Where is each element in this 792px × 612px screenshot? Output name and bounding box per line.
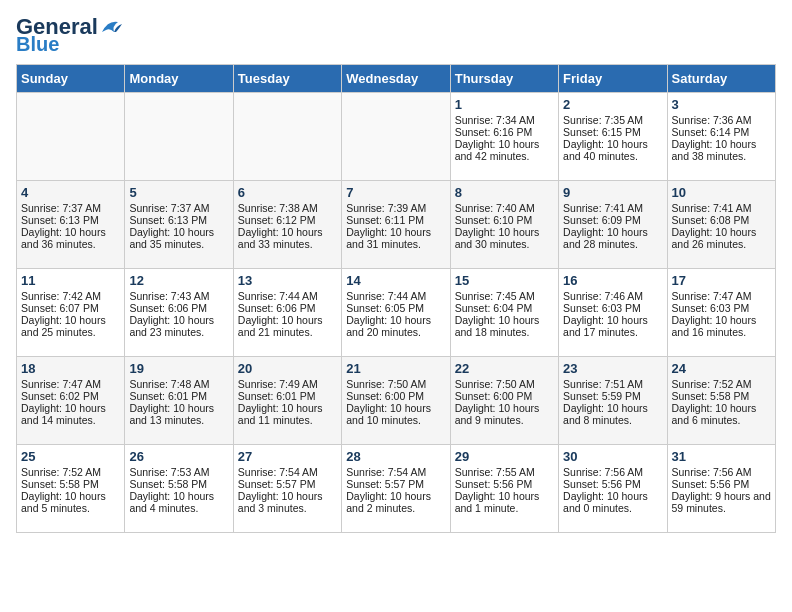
calendar-cell: 14Sunrise: 7:44 AMSunset: 6:05 PMDayligh… [342,269,450,357]
cell-info: Sunset: 5:57 PM [238,478,337,490]
calendar-table: SundayMondayTuesdayWednesdayThursdayFrid… [16,64,776,533]
calendar-cell: 12Sunrise: 7:43 AMSunset: 6:06 PMDayligh… [125,269,233,357]
cell-info: Sunset: 6:05 PM [346,302,445,314]
cell-info: Sunset: 6:11 PM [346,214,445,226]
day-number: 29 [455,449,554,464]
calendar-cell: 1Sunrise: 7:34 AMSunset: 6:16 PMDaylight… [450,93,558,181]
cell-info: Sunrise: 7:40 AM [455,202,554,214]
cell-info: Daylight: 10 hours and 18 minutes. [455,314,554,338]
calendar-cell [17,93,125,181]
cell-info: Sunset: 6:00 PM [346,390,445,402]
cell-info: Daylight: 10 hours and 17 minutes. [563,314,662,338]
cell-info: Sunset: 5:56 PM [672,478,771,490]
cell-info: Sunset: 5:58 PM [672,390,771,402]
day-number: 14 [346,273,445,288]
cell-info: Sunrise: 7:47 AM [21,378,120,390]
day-number: 24 [672,361,771,376]
calendar-header-row: SundayMondayTuesdayWednesdayThursdayFrid… [17,65,776,93]
day-number: 11 [21,273,120,288]
cell-info: Daylight: 10 hours and 9 minutes. [455,402,554,426]
cell-info: Sunrise: 7:53 AM [129,466,228,478]
cell-info: Sunrise: 7:34 AM [455,114,554,126]
day-header-monday: Monday [125,65,233,93]
calendar-week-5: 25Sunrise: 7:52 AMSunset: 5:58 PMDayligh… [17,445,776,533]
calendar-cell: 10Sunrise: 7:41 AMSunset: 6:08 PMDayligh… [667,181,775,269]
day-number: 30 [563,449,662,464]
calendar-cell: 30Sunrise: 7:56 AMSunset: 5:56 PMDayligh… [559,445,667,533]
calendar-cell: 27Sunrise: 7:54 AMSunset: 5:57 PMDayligh… [233,445,341,533]
cell-info: Daylight: 10 hours and 38 minutes. [672,138,771,162]
cell-info: Daylight: 10 hours and 33 minutes. [238,226,337,250]
calendar-cell: 16Sunrise: 7:46 AMSunset: 6:03 PMDayligh… [559,269,667,357]
cell-info: Daylight: 10 hours and 30 minutes. [455,226,554,250]
day-number: 2 [563,97,662,112]
cell-info: Sunset: 6:00 PM [455,390,554,402]
day-header-saturday: Saturday [667,65,775,93]
cell-info: Daylight: 10 hours and 0 minutes. [563,490,662,514]
day-number: 13 [238,273,337,288]
cell-info: Sunset: 5:56 PM [563,478,662,490]
cell-info: Sunset: 6:09 PM [563,214,662,226]
cell-info: Sunset: 6:03 PM [563,302,662,314]
cell-info: Sunrise: 7:50 AM [346,378,445,390]
cell-info: Daylight: 10 hours and 16 minutes. [672,314,771,338]
cell-info: Sunrise: 7:48 AM [129,378,228,390]
calendar-week-2: 4Sunrise: 7:37 AMSunset: 6:13 PMDaylight… [17,181,776,269]
calendar-week-3: 11Sunrise: 7:42 AMSunset: 6:07 PMDayligh… [17,269,776,357]
calendar-cell: 9Sunrise: 7:41 AMSunset: 6:09 PMDaylight… [559,181,667,269]
cell-info: Daylight: 10 hours and 21 minutes. [238,314,337,338]
cell-info: Daylight: 10 hours and 42 minutes. [455,138,554,162]
calendar-week-4: 18Sunrise: 7:47 AMSunset: 6:02 PMDayligh… [17,357,776,445]
cell-info: Sunrise: 7:38 AM [238,202,337,214]
cell-info: Sunrise: 7:56 AM [672,466,771,478]
cell-info: Daylight: 10 hours and 23 minutes. [129,314,228,338]
calendar-cell: 29Sunrise: 7:55 AMSunset: 5:56 PMDayligh… [450,445,558,533]
cell-info: Daylight: 10 hours and 28 minutes. [563,226,662,250]
calendar-cell: 3Sunrise: 7:36 AMSunset: 6:14 PMDaylight… [667,93,775,181]
day-number: 25 [21,449,120,464]
day-number: 23 [563,361,662,376]
calendar-cell: 11Sunrise: 7:42 AMSunset: 6:07 PMDayligh… [17,269,125,357]
cell-info: Sunrise: 7:44 AM [346,290,445,302]
cell-info: Sunset: 6:16 PM [455,126,554,138]
day-header-thursday: Thursday [450,65,558,93]
cell-info: Sunset: 6:15 PM [563,126,662,138]
cell-info: Sunrise: 7:51 AM [563,378,662,390]
calendar-cell [342,93,450,181]
cell-info: Sunset: 5:58 PM [21,478,120,490]
cell-info: Daylight: 10 hours and 5 minutes. [21,490,120,514]
cell-info: Sunrise: 7:54 AM [238,466,337,478]
day-number: 27 [238,449,337,464]
cell-info: Daylight: 10 hours and 6 minutes. [672,402,771,426]
cell-info: Sunrise: 7:41 AM [672,202,771,214]
cell-info: Sunset: 6:02 PM [21,390,120,402]
cell-info: Daylight: 10 hours and 40 minutes. [563,138,662,162]
day-number: 9 [563,185,662,200]
calendar-body: 1Sunrise: 7:34 AMSunset: 6:16 PMDaylight… [17,93,776,533]
cell-info: Daylight: 10 hours and 20 minutes. [346,314,445,338]
day-number: 28 [346,449,445,464]
cell-info: Sunrise: 7:37 AM [129,202,228,214]
calendar-cell: 7Sunrise: 7:39 AMSunset: 6:11 PMDaylight… [342,181,450,269]
calendar-cell: 2Sunrise: 7:35 AMSunset: 6:15 PMDaylight… [559,93,667,181]
calendar-cell: 31Sunrise: 7:56 AMSunset: 5:56 PMDayligh… [667,445,775,533]
day-number: 5 [129,185,228,200]
cell-info: Sunset: 6:07 PM [21,302,120,314]
cell-info: Sunset: 6:03 PM [672,302,771,314]
cell-info: Sunset: 6:14 PM [672,126,771,138]
cell-info: Sunrise: 7:52 AM [21,466,120,478]
cell-info: Sunrise: 7:54 AM [346,466,445,478]
cell-info: Daylight: 10 hours and 10 minutes. [346,402,445,426]
cell-info: Sunset: 6:04 PM [455,302,554,314]
cell-info: Sunrise: 7:44 AM [238,290,337,302]
cell-info: Sunrise: 7:43 AM [129,290,228,302]
cell-info: Sunrise: 7:46 AM [563,290,662,302]
cell-info: Daylight: 10 hours and 26 minutes. [672,226,771,250]
calendar-cell: 26Sunrise: 7:53 AMSunset: 5:58 PMDayligh… [125,445,233,533]
day-number: 16 [563,273,662,288]
cell-info: Daylight: 10 hours and 35 minutes. [129,226,228,250]
cell-info: Sunset: 5:59 PM [563,390,662,402]
calendar-cell: 22Sunrise: 7:50 AMSunset: 6:00 PMDayligh… [450,357,558,445]
cell-info: Sunset: 5:58 PM [129,478,228,490]
day-number: 15 [455,273,554,288]
